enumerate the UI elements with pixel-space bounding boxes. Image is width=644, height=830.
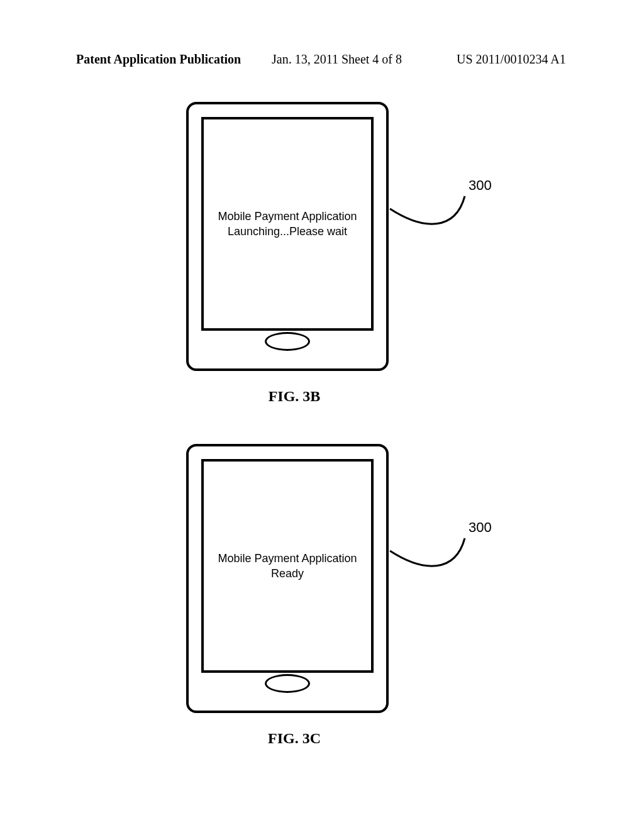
device-outline: Mobile Payment Application Ready xyxy=(186,444,389,713)
screen-message: Mobile Payment Application Launching...P… xyxy=(218,209,357,240)
home-button-icon xyxy=(265,674,310,693)
device-screen: Mobile Payment Application Ready xyxy=(201,459,374,673)
leader-line-icon xyxy=(386,535,487,611)
leader-line-icon xyxy=(386,193,487,268)
header-date-sheet: Jan. 13, 2011 Sheet 4 of 8 xyxy=(272,52,402,67)
dashed-slot-icon xyxy=(225,352,350,371)
screen-message: Mobile Payment Application Ready xyxy=(218,551,357,582)
figure-3c: Mobile Payment Application Ready 300 FIG… xyxy=(0,444,644,746)
figure-caption: FIG. 3B xyxy=(0,388,644,405)
device-outline: Mobile Payment Application Launching...P… xyxy=(186,102,389,371)
dashed-slot-icon xyxy=(225,694,350,713)
reference-numeral: 300 xyxy=(469,177,492,194)
figure-caption: FIG. 3C xyxy=(0,730,644,747)
screen-line-1: Mobile Payment Application xyxy=(218,552,357,565)
home-button-icon xyxy=(265,332,310,351)
header-pub-number: US 2011/0010234 A1 xyxy=(457,52,566,67)
reference-numeral: 300 xyxy=(469,519,492,536)
screen-line-2: Ready xyxy=(271,567,304,580)
device-screen: Mobile Payment Application Launching...P… xyxy=(201,117,374,331)
screen-line-1: Mobile Payment Application xyxy=(218,210,357,223)
figure-3b: Mobile Payment Application Launching...P… xyxy=(0,102,644,404)
header-publication-label: Patent Application Publication xyxy=(76,52,241,67)
screen-line-2: Launching...Please wait xyxy=(228,225,347,238)
